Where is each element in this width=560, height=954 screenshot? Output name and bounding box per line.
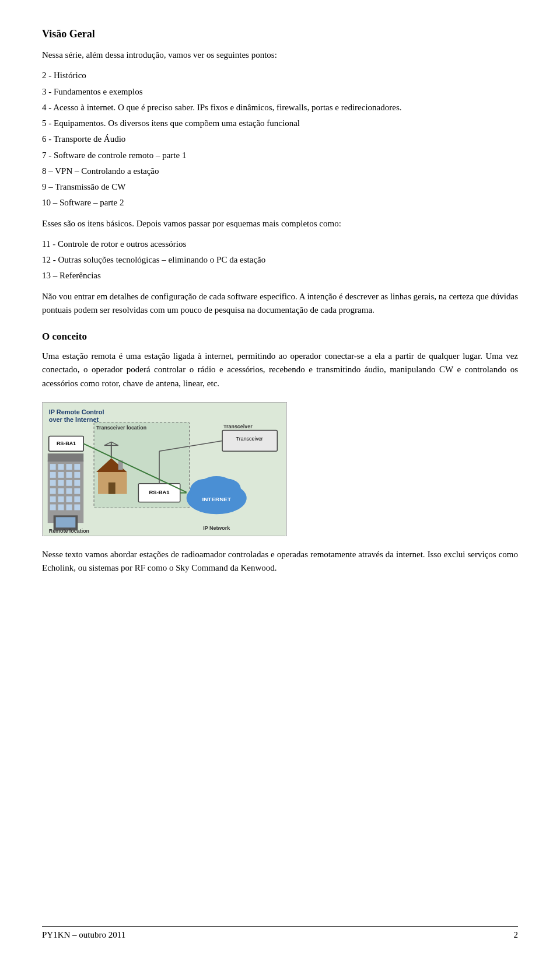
svg-text:RS-BA1: RS-BA1 <box>149 488 170 495</box>
nao-vou-paragraph: Não vou entrar em detalhes de configuraç… <box>42 290 518 317</box>
nesse-texto-paragraph: Nesse texto vamos abordar estações de ra… <box>42 548 518 575</box>
svg-rect-36 <box>50 488 56 494</box>
page: Visão Geral Nessa série, além dessa intr… <box>0 0 560 954</box>
list-item: 3 - Fundamentos e exemplos <box>42 85 518 99</box>
svg-rect-37 <box>58 488 64 494</box>
list-item: 6 - Transporte de Áudio <box>42 132 518 146</box>
list-item: 4 - Acesso à internet. O que é preciso s… <box>42 101 518 114</box>
svg-rect-35 <box>74 480 80 486</box>
svg-rect-33 <box>58 480 64 486</box>
svg-text:RS-BA1: RS-BA1 <box>57 441 76 446</box>
svg-text:Transceiver: Transceiver <box>236 436 263 442</box>
topic-list: 2 - Histórico 3 - Fundamentos e exemplos… <box>42 69 518 209</box>
svg-rect-25 <box>58 464 64 470</box>
svg-rect-46 <box>66 504 72 510</box>
svg-rect-43 <box>74 496 80 502</box>
diagram-container: IP Remote Control over the Internet Tran… <box>42 402 287 536</box>
list-item: 11 - Controle de rotor e outros acessóri… <box>42 237 518 251</box>
svg-rect-32 <box>50 480 56 486</box>
svg-text:Transceiver location: Transceiver location <box>96 424 146 430</box>
list-item: 9 – Transmissão de CW <box>42 180 518 194</box>
list-item: 12 - Outras soluções tecnológicas – elim… <box>42 253 518 267</box>
svg-rect-24 <box>50 464 56 470</box>
ip-remote-diagram: IP Remote Control over the Internet Tran… <box>42 402 287 536</box>
esses-paragraph: Esses são os itens básicos. Depois vamos… <box>42 217 518 230</box>
list-item: 10 – Software – parte 2 <box>42 196 518 209</box>
svg-rect-7 <box>108 483 116 494</box>
page-title: Visão Geral <box>42 28 518 40</box>
footer-left: PY1KN – outubro 2011 <box>42 930 125 940</box>
list-item: 8 – VPN – Controlando a estação <box>42 165 518 178</box>
svg-rect-28 <box>50 472 56 478</box>
svg-rect-47 <box>74 504 80 510</box>
svg-rect-38 <box>66 488 72 494</box>
svg-rect-42 <box>66 496 72 502</box>
svg-text:Remote location: Remote location <box>49 528 89 534</box>
svg-rect-40 <box>50 496 56 502</box>
svg-text:IP Remote Control: IP Remote Control <box>49 408 104 415</box>
list-item: 5 - Equipamentos. Os diversos itens que … <box>42 117 518 130</box>
svg-rect-27 <box>74 464 80 470</box>
list-item: 13 – Referências <box>42 269 518 282</box>
footer: PY1KN – outubro 2011 2 <box>42 926 518 940</box>
svg-rect-44 <box>50 504 56 510</box>
list-item: 2 - Histórico <box>42 69 518 82</box>
svg-rect-26 <box>66 464 72 470</box>
footer-right: 2 <box>514 930 519 940</box>
intro-paragraph: Nessa série, além dessa introdução, vamo… <box>42 48 518 62</box>
depois-list: 11 - Controle de rotor e outros acessóri… <box>42 237 518 283</box>
svg-rect-30 <box>66 472 72 478</box>
svg-rect-31 <box>74 472 80 478</box>
svg-text:over the Internet: over the Internet <box>49 415 99 422</box>
svg-rect-50 <box>56 517 76 527</box>
svg-rect-34 <box>66 480 72 486</box>
svg-text:IP Network: IP Network <box>203 525 230 531</box>
svg-text:Transceiver: Transceiver <box>223 423 253 429</box>
svg-rect-41 <box>58 496 64 502</box>
svg-rect-29 <box>58 472 64 478</box>
svg-rect-39 <box>74 488 80 494</box>
svg-text:INTERNET: INTERNET <box>202 495 231 502</box>
conceito-paragraph1: Uma estação remota é uma estação ligada … <box>42 350 518 390</box>
list-item: 7 - Software de controle remoto – parte … <box>42 149 518 162</box>
svg-rect-48 <box>48 453 83 462</box>
svg-rect-45 <box>58 504 64 510</box>
conceito-title: O conceito <box>42 331 518 343</box>
svg-point-21 <box>199 476 233 497</box>
